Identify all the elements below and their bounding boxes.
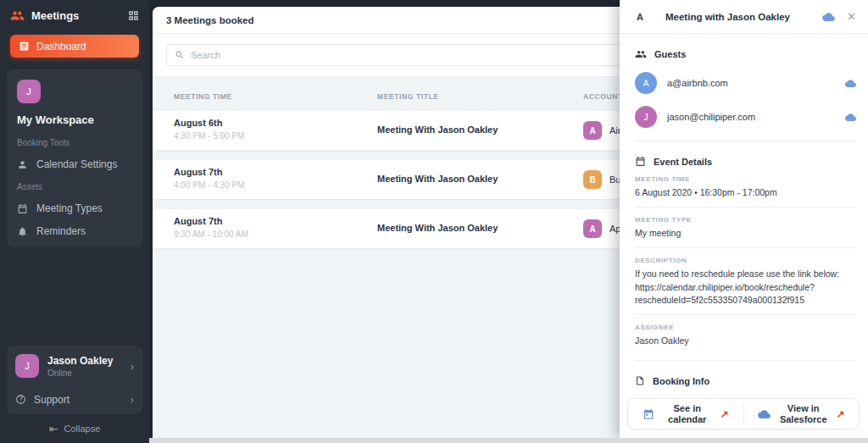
sidebar-header: Meetings [0, 0, 149, 30]
user-avatar: J [15, 354, 39, 378]
meeting-title: Meeting With Jason Oakley [377, 174, 498, 184]
chevron-right-icon: › [131, 393, 134, 406]
guest-avatar: J [635, 106, 657, 128]
dashboard-clipboard-icon [19, 41, 30, 52]
app-title: Meetings [31, 9, 128, 22]
guest-row: A a@airbnb.com [635, 72, 856, 94]
salesforce-cloud-icon[interactable] [845, 79, 856, 87]
panel-account-letter: A [637, 12, 659, 22]
meeting-time-range: 9:30 AM - 10:00 AM [174, 230, 248, 239]
panel-footer: See in calendar ↗ View in Salesforce ↗ [627, 398, 860, 429]
event-calendar-icon [635, 156, 646, 167]
booking-info-section-header: Booking Info [635, 375, 856, 386]
sidebar-item-support[interactable]: Support › [15, 390, 134, 406]
calendar-icon [17, 203, 29, 214]
meeting-types-label: Meeting Types [36, 202, 103, 214]
field-meeting-time: MEETING TIME 6 August 2020 • 16:30pm - 1… [635, 175, 856, 199]
field-value: 6 August 2020 • 16:30pm - 17:00pm [635, 186, 856, 199]
meeting-detail-panel: A Meeting with Jason Oakley ✕ Guests A a… [620, 0, 868, 438]
view-in-salesforce-label: View in Salesforce [776, 403, 832, 424]
calendar-icon [643, 408, 654, 420]
field-description: DESCRIPTION If you need to reschedule pl… [635, 257, 856, 307]
user-name: Jason Oakley [47, 355, 131, 367]
account-avatar: B [583, 170, 602, 189]
collapse-label: Collapse [64, 424, 101, 434]
guests-heading: Guests [654, 49, 686, 59]
collapse-sidebar-button[interactable]: ⇤ Collapse [0, 414, 149, 443]
account-avatar: A [583, 121, 602, 140]
sidebar-item-calendar-settings[interactable]: Calendar Settings [17, 158, 132, 170]
guest-email: jason@chilipiper.com [667, 112, 845, 122]
section-divider [635, 360, 856, 361]
window-bottom-edge [149, 438, 868, 443]
meetings-booked-title: 3 Meetings booked [166, 15, 254, 25]
guest-avatar: A [635, 72, 657, 94]
sidebar-item-dashboard[interactable]: Dashboard [10, 35, 139, 58]
section-booking-tools: Booking Tools [17, 138, 132, 147]
guests-section-header: Guests [635, 48, 856, 60]
workspace-card: J My Workspace Booking Tools Calendar Se… [7, 69, 142, 247]
meetings-people-icon [10, 8, 25, 23]
field-label: DESCRIPTION [635, 257, 856, 264]
meeting-date: August 7th [174, 216, 248, 226]
section-assets: Assets [17, 182, 132, 191]
section-divider [635, 141, 856, 141]
field-label: MEETING TYPE [635, 216, 856, 224]
close-icon[interactable]: ✕ [847, 10, 856, 23]
column-header-meeting-title: MEETING TITLE [377, 92, 439, 101]
field-divider [635, 314, 856, 315]
calendar-settings-label: Calendar Settings [36, 158, 117, 170]
field-divider [635, 247, 856, 248]
meeting-title: Meeting With Jason Oakley [377, 125, 498, 135]
bell-icon [17, 226, 29, 237]
column-header-meeting-time: MEETING TIME [174, 92, 232, 101]
see-in-calendar-button[interactable]: See in calendar ↗ [628, 399, 743, 429]
help-circle-icon [15, 394, 26, 405]
event-details-heading: Event Details [654, 157, 712, 167]
person-icon [17, 159, 29, 170]
guest-email: a@airbnb.com [667, 78, 845, 88]
external-link-icon: ↗ [837, 408, 845, 420]
guest-row: J jason@chilipiper.com [635, 106, 856, 128]
dashboard-label: Dashboard [36, 41, 86, 53]
user-profile-row[interactable]: J Jason Oakley Online › [15, 354, 134, 378]
field-divider [635, 207, 856, 208]
booking-document-icon [635, 375, 645, 386]
search-placeholder: Search [191, 50, 220, 60]
sidebar-item-meeting-types[interactable]: Meeting Types [17, 202, 132, 214]
booking-info-heading: Booking Info [653, 376, 709, 386]
workspace-avatar: J [17, 80, 41, 103]
meeting-time-range: 4:00 PM - 4:30 PM [174, 180, 244, 190]
guests-people-icon [635, 48, 647, 60]
user-card: J Jason Oakley Online › Support › [7, 346, 142, 414]
field-value: Jason Oakley [635, 335, 856, 347]
meeting-title: Meeting With Jason Oakley [377, 223, 498, 233]
external-link-icon: ↗ [721, 408, 729, 420]
event-details-section-header: Event Details [635, 156, 856, 167]
apps-grid-icon[interactable] [128, 10, 139, 21]
user-status: Online [47, 368, 131, 378]
salesforce-cloud-icon[interactable] [845, 113, 856, 121]
field-meeting-type: MEETING TYPE My meeting [635, 216, 856, 240]
meeting-time-range: 4:30 PM - 5:00 PM [174, 131, 244, 141]
search-icon [175, 50, 185, 60]
support-label: Support [34, 394, 131, 406]
see-in-calendar-label: See in calendar [659, 403, 715, 424]
footer-actions-card: See in calendar ↗ View in Salesforce ↗ [627, 398, 860, 429]
panel-title: Meeting with Jason Oakley [665, 12, 822, 22]
column-header-account: ACCOUNT [583, 92, 623, 101]
sidebar-item-reminders[interactable]: Reminders [17, 225, 132, 237]
account-avatar: A [583, 219, 602, 238]
panel-header: A Meeting with Jason Oakley ✕ [620, 0, 868, 34]
chevron-right-icon: › [131, 360, 134, 373]
sidebar: Meetings Dashboard J My Workspace Bookin… [0, 0, 149, 443]
meeting-date: August 7th [174, 167, 244, 177]
reminders-label: Reminders [36, 225, 86, 237]
salesforce-cloud-icon [758, 409, 771, 418]
view-in-salesforce-button[interactable]: View in Salesforce ↗ [744, 399, 860, 429]
salesforce-cloud-icon[interactable] [822, 12, 835, 21]
field-value: If you need to reschedule please use the… [635, 268, 856, 307]
panel-body: Guests A a@airbnb.com J jason@chilipiper… [620, 34, 868, 391]
field-value: My meeting [635, 227, 856, 240]
collapse-arrow-icon: ⇤ [49, 423, 58, 435]
